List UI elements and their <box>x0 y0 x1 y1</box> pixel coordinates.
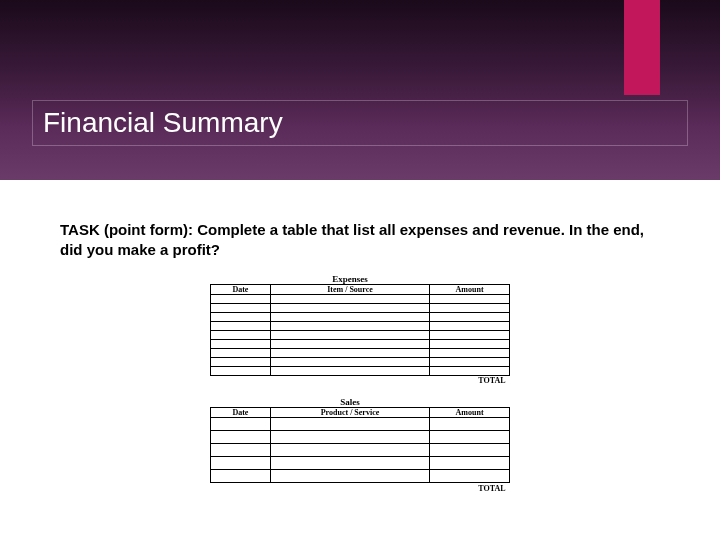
expenses-rows <box>211 294 510 375</box>
table-cell <box>430 330 510 339</box>
table-cell <box>430 457 510 470</box>
table-row <box>211 444 510 457</box>
table-row <box>211 330 510 339</box>
slide-header: Financial Summary <box>0 0 720 180</box>
table-cell <box>430 294 510 303</box>
table-row <box>211 470 510 483</box>
accent-bar <box>624 0 660 95</box>
table-cell <box>270 357 429 366</box>
table-cell <box>430 444 510 457</box>
expenses-col-date: Date <box>211 284 271 294</box>
table-cell <box>270 339 429 348</box>
slide-content: TASK (point form): Complete a table that… <box>0 180 720 504</box>
table-cell <box>430 431 510 444</box>
sales-total-label: TOTAL <box>211 483 510 494</box>
table-cell <box>211 294 271 303</box>
expenses-table: Expenses Date Item / Source Amount TOTAL <box>210 275 510 387</box>
table-cell <box>430 470 510 483</box>
expenses-total-label: TOTAL <box>211 375 510 386</box>
table-cell <box>430 366 510 375</box>
table-cell <box>211 457 271 470</box>
table-cell <box>430 321 510 330</box>
table-cell <box>430 357 510 366</box>
table-row <box>211 339 510 348</box>
sales-table: Sales Date Product / Service Amount TOTA… <box>210 398 510 494</box>
table-cell <box>211 348 271 357</box>
table-row <box>211 321 510 330</box>
table-cell <box>270 444 429 457</box>
table-cell <box>430 303 510 312</box>
table-cell <box>270 457 429 470</box>
table-row <box>211 303 510 312</box>
expenses-col-amount: Amount <box>430 284 510 294</box>
table-cell <box>211 431 271 444</box>
expenses-col-mid: Item / Source <box>270 284 429 294</box>
table-row <box>211 312 510 321</box>
table-cell <box>270 418 429 431</box>
table-row <box>211 431 510 444</box>
table-cell <box>270 470 429 483</box>
table-row <box>211 348 510 357</box>
table-row <box>211 457 510 470</box>
table-row <box>211 357 510 366</box>
table-cell <box>211 418 271 431</box>
table-cell <box>270 294 429 303</box>
task-paragraph: TASK (point form): Complete a table that… <box>60 220 660 261</box>
expenses-title: Expenses <box>270 275 429 285</box>
table-cell <box>211 330 271 339</box>
table-cell <box>270 312 429 321</box>
sales-col-mid: Product / Service <box>270 408 429 418</box>
table-cell <box>270 321 429 330</box>
table-row <box>211 366 510 375</box>
sales-title: Sales <box>270 398 429 408</box>
table-cell <box>270 348 429 357</box>
table-cell <box>211 312 271 321</box>
table-cell <box>211 470 271 483</box>
table-cell <box>430 312 510 321</box>
table-cell <box>430 348 510 357</box>
table-cell <box>270 431 429 444</box>
table-cell <box>270 366 429 375</box>
table-row <box>211 294 510 303</box>
table-row <box>211 418 510 431</box>
table-cell <box>211 303 271 312</box>
sales-rows <box>211 418 510 483</box>
table-cell <box>211 366 271 375</box>
table-cell <box>211 339 271 348</box>
table-cell <box>211 357 271 366</box>
sales-col-date: Date <box>211 408 271 418</box>
sales-col-amount: Amount <box>430 408 510 418</box>
slide-title: Financial Summary <box>32 100 688 146</box>
table-cell <box>270 303 429 312</box>
table-cell <box>211 321 271 330</box>
table-cell <box>270 330 429 339</box>
table-cell <box>211 444 271 457</box>
table-cell <box>430 339 510 348</box>
tables-wrap: Expenses Date Item / Source Amount TOTAL… <box>60 275 660 494</box>
table-cell <box>430 418 510 431</box>
task-label: TASK (point form): <box>60 221 193 238</box>
